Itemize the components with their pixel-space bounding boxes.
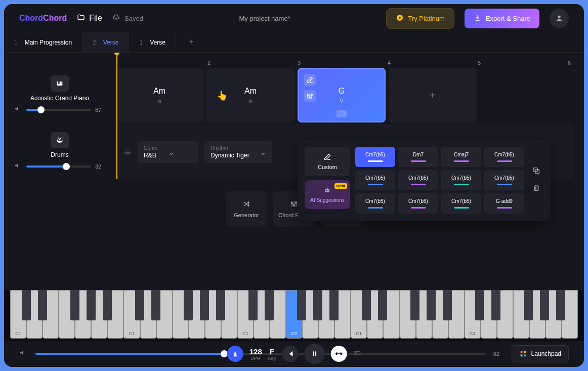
black-key[interactable] [297,290,306,320]
ai-suggestions-tab[interactable]: Beta AI Suggestions [305,180,350,209]
file-menu[interactable]: File [77,13,102,23]
tab-add-button[interactable]: + [176,32,206,52]
black-key[interactable] [200,290,209,320]
piano-track-head: Acoustic Grand Piano 87 [4,68,115,122]
black-key[interactable] [491,290,500,320]
svg-point-10 [57,141,62,143]
export-share-button[interactable]: Export & Share [465,9,539,28]
edit-chord-icon[interactable] [304,74,316,86]
chord-suggestion[interactable]: Cm7(b5) [398,170,438,190]
piano-icon[interactable] [51,75,69,92]
playhead[interactable] [116,53,117,179]
black-key[interactable] [22,290,31,320]
chord-suggestion[interactable]: Cm7(b5) [441,170,481,190]
piano-keyboard[interactable]: C1C1C1C#C1C1 [4,290,584,341]
previous-button[interactable] [282,346,298,362]
robot-icon [323,186,331,194]
black-key[interactable] [313,290,322,320]
black-key[interactable] [265,290,274,320]
piano-volume-slider[interactable] [26,109,91,111]
black-key[interactable] [151,290,160,320]
chord-suggestion[interactable]: Cm7(b5) [398,193,438,214]
metronome-icon [231,350,239,358]
tab-main-progression[interactable]: 1Main Progression [4,32,82,52]
sliders-icon [290,200,298,208]
section-tabs: 1Main Progression 2Verse 1Verse + [4,32,584,53]
chord-suggestion[interactable]: G add9 [484,193,524,214]
chord-suggestion[interactable]: Cmaj7 [441,147,481,167]
volume-icon[interactable] [19,349,27,359]
black-key[interactable] [443,290,452,320]
loop-button[interactable] [330,346,347,362]
pause-button[interactable] [304,344,324,364]
chord-suggestion[interactable]: Cm7(b5) [484,147,524,167]
svg-rect-22 [315,351,316,356]
key-display[interactable]: FKey [268,347,276,361]
loop-icon [334,350,343,358]
svg-rect-4 [58,81,59,84]
custom-tab[interactable]: Custom [305,147,350,176]
tab-verse-1[interactable]: 1Verse [129,32,176,52]
chord-suggestion[interactable]: Cm7(b5) [441,193,481,214]
genre-dropdown[interactable]: GenreR&B ⌄ [138,141,198,163]
chord-suggestion[interactable]: Dm7 [398,147,438,167]
svg-rect-26 [520,354,522,356]
black-key[interactable] [216,290,225,320]
black-key[interactable] [475,290,484,320]
black-key[interactable] [135,290,144,320]
chord-suggestion[interactable]: Cm7(b5) [355,170,395,190]
drums-icon[interactable] [51,132,69,148]
svg-point-11 [125,152,131,154]
chord-suggestions-panel: Custom Beta AI Suggestions Cm7(b5)Dm7Cma… [298,140,551,221]
black-key[interactable] [248,290,258,320]
user-avatar[interactable] [550,9,569,28]
rhythm-dropdown[interactable]: RhythmDynamic Tiger ⌄ [204,141,272,163]
keyboard-icon[interactable] [353,349,361,359]
generator-tool[interactable]: Generator [226,191,267,227]
black-key[interactable] [540,290,549,320]
piano-track: Acoustic Grand Piano 87 Amvi Amvi G V [4,68,584,122]
workspace: 2 3 4 5 6 Acoustic Grand Piano 87 Amvi A… [4,53,584,290]
piano-collapse-toggle[interactable]: ⌄ [291,286,298,296]
cloud-check-icon [112,14,120,23]
svg-point-14 [327,190,328,191]
black-key[interactable] [410,290,419,320]
chord-suggestion[interactable]: Cm7(b5) [355,147,395,167]
black-key[interactable] [524,290,533,320]
chord-settings-icon[interactable] [304,90,316,102]
drag-handle-icon[interactable] [337,110,347,117]
svg-point-2 [558,16,560,18]
svg-point-7 [307,95,309,96]
chord-block[interactable]: Amvi [115,68,203,122]
drum-silhouette-icon [123,145,132,159]
metronome-button[interactable] [227,346,243,362]
volume-icon[interactable] [14,105,22,115]
add-chord-button[interactable]: + [389,68,477,122]
try-platinum-button[interactable]: Try Platinum [386,8,454,29]
trash-icon[interactable] [532,184,540,194]
black-key[interactable] [378,290,387,320]
black-key[interactable] [38,290,47,320]
black-key[interactable] [103,290,112,320]
launchpad-button[interactable]: Launchpad [512,345,569,362]
svg-rect-21 [313,351,314,356]
black-key[interactable] [87,290,96,320]
bpm-display[interactable]: 128BPM [249,347,262,361]
download-icon [474,14,482,23]
black-key[interactable] [556,290,565,320]
chord-block-selected[interactable]: G V [298,68,386,122]
black-key[interactable] [362,290,371,320]
copy-icon[interactable] [532,167,540,177]
black-key[interactable] [70,290,79,320]
black-key[interactable] [184,290,193,320]
timeline-ruler[interactable]: 2 3 4 5 6 [115,53,584,68]
tab-verse-2[interactable]: 2Verse [82,32,129,52]
chord-suggestion[interactable]: Cm7(b5) [484,170,524,190]
volume-icon[interactable] [14,161,22,172]
chord-suggestion[interactable]: Cm7(b5) [355,193,395,214]
drums-volume-slider[interactable] [26,166,91,168]
black-key[interactable] [329,290,339,320]
black-key[interactable] [427,290,436,320]
chevron-down-icon: ⌄ [260,147,266,157]
project-name[interactable]: My project name* [153,15,376,22]
